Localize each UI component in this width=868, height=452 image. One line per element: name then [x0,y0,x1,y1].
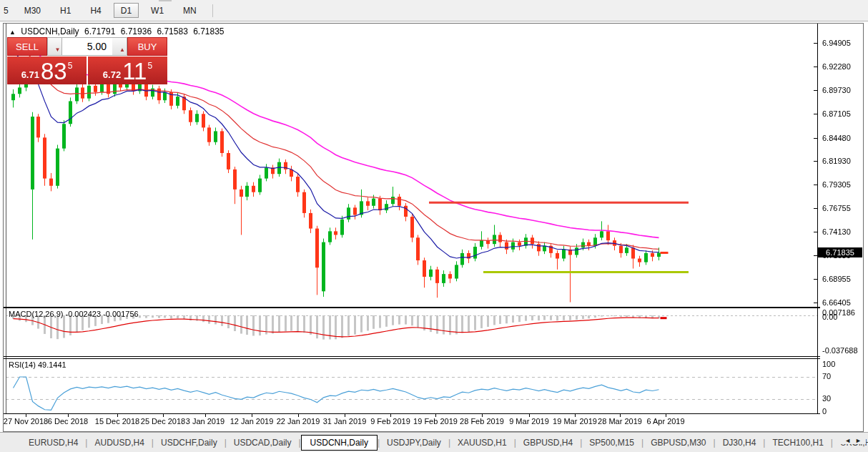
chart-header: ▲ USDCNH,Daily 6.71791 6.71936 6.71583 6… [9,26,227,36]
time-axis-label: 6 Dec 2018 [48,417,88,426]
time-axis-label: 19 Feb 2019 [413,417,458,426]
tab-scroll-right-button[interactable]: ► [855,437,866,444]
price-axis-label: 6.87105 [822,109,862,118]
rsi-axis-label: 30 [822,394,831,403]
timeframe-button-m30[interactable]: M30 [17,3,48,18]
ohlc-open: 6.71791 [84,26,115,36]
current-price-badge: 6.71835 [818,247,862,257]
ohlc-high: 6.71936 [121,26,152,36]
time-axis-label: 25 Dec 2018 [141,417,185,426]
arrow-up-icon: ▲ [119,46,125,53]
main-macd-separator[interactable] [4,307,820,308]
tab-usdchf-daily[interactable]: USDCHF,Daily [154,435,225,451]
buy-button[interactable]: BUY [127,37,167,56]
sell-price-point: 5 [68,61,73,71]
time-axis-label: 28 Feb 2019 [460,417,504,426]
time-axis-label: 15 Dec 2018 [95,417,139,426]
price-axis-label: 6.79305 [822,180,862,189]
timeframe-button-mn[interactable]: MN [176,3,204,18]
time-axis-label: 19 Mar 2019 [553,417,597,426]
price-chart-canvas[interactable] [4,24,862,430]
time-axis-label: 27 Nov 2018 [4,417,48,426]
tab-usdcad-daily[interactable]: USDCAD,Daily [227,435,299,451]
one-click-trading-panel: SELL ▼ ▲ BUY 6.71835 6.72115 [7,37,167,84]
sell-price-prefix: 6.71 [21,69,39,80]
tab-audusd-h4[interactable]: AUDUSD,H4 [87,435,151,451]
ohlc-close: 6.71835 [193,26,224,36]
mt4-window: 5M30H1H4D1W1MN ▲ USDCNH,Daily 6.71791 6.… [0,0,868,452]
chart-window[interactable]: ▲ USDCNH,Daily 6.71791 6.71936 6.71583 6… [3,23,864,432]
price-axis-label: 6.92280 [822,62,862,71]
time-axis-label: 22 Jan 2019 [277,417,320,426]
time-axis-label: 3 Jan 2019 [186,417,225,426]
rsi-indicator-label: RSI(14) 49.1441 [9,360,66,369]
rsi-axis-label: 100 [822,360,835,368]
tab-sp500-m15[interactable]: SP500,M15 [582,435,641,451]
buy-price-pips: 11 [122,61,147,82]
arrow-down-icon: ▼ [55,46,61,53]
buy-price-point: 5 [147,61,152,71]
macd-axis-label: 0.00 [822,313,837,321]
buy-price-box[interactable]: 6.72115 [88,56,167,84]
tab-gbpusd-m30[interactable]: GBPUSD,M30 [643,435,713,451]
time-axis-label: 31 Jan 2019 [323,417,367,426]
timeframe-button-h4[interactable]: H4 [83,3,108,18]
price-axis-label: 6.74130 [822,227,862,236]
tab-eurusd-h4[interactable]: EURUSD,H4 [21,435,85,451]
chart-symbol-period: USDCNH,Daily [21,26,79,36]
buy-price-prefix: 6.72 [103,69,121,80]
sell-price-box[interactable]: 6.71835 [7,56,87,84]
price-axis-label: 6.81930 [822,157,862,165]
tab-usdcnh-daily[interactable]: USDCNH,Daily [301,435,378,451]
ohlc-low: 6.71583 [157,26,187,36]
macd-indicator-label: MACD(12,26,9) -0.002423 -0.001756 [9,310,139,318]
timeframe-button-d1[interactable]: D1 [114,3,139,18]
sell-price-pips: 83 [41,61,67,82]
sell-button[interactable]: SELL [7,37,47,56]
timeframe-button-h1[interactable]: H1 [53,3,78,18]
volume-increase-button[interactable]: ▲ [112,37,127,56]
price-axis-label: 6.76755 [822,204,862,212]
collapse-chart-icon[interactable]: ▲ [9,29,16,36]
time-axis-label: 28 Mar 2019 [598,417,642,426]
volume-decrease-button[interactable]: ▼ [47,37,62,56]
timeframe-button-5[interactable]: 5 [0,3,12,18]
timeframe-toolbar: 5M30H1H4D1W1MN [0,0,868,21]
time-axis-label: 9 Feb 2019 [370,417,410,426]
chart-tab-bar: EURUSD,H4|AUDUSD,H4|USDCHF,Daily|USDCAD,… [0,432,868,452]
price-axis-label: 6.84480 [822,134,862,142]
macd-rsi-separator2 [4,358,820,359]
price-axis-label: 6.68955 [822,275,862,283]
tab-gbpusd-h4[interactable]: GBPUSD,H4 [516,435,580,451]
macd-rsi-separator[interactable] [4,356,820,357]
rsi-bottom-border [4,413,820,414]
tab-tech100-h1[interactable]: TECH100,H1 [765,435,830,451]
volume-input[interactable] [62,37,112,56]
toolbar-separator [212,4,213,17]
time-axis-label: 6 Apr 2019 [646,417,684,426]
timeframe-button-w1[interactable]: W1 [144,3,171,18]
tab-dj30-h4[interactable]: DJ30,H4 [716,435,764,451]
time-axis-label: 12 Jan 2019 [230,417,274,426]
tab-scroll-left-button[interactable]: ◄ [844,437,855,444]
price-axis-label: 6.94905 [822,39,862,47]
macd-axis-label: -0.037688 [822,346,858,355]
rsi-axis-label: 70 [822,372,831,380]
toolbar-sliver [159,0,172,1]
rsi-axis-label: 0 [822,407,827,416]
tab-usdjpy-daily[interactable]: USDJPY,Daily [380,435,448,451]
price-axis-label: 6.66405 [822,298,862,307]
tab-scroll-arrows: ◄► [840,437,866,444]
tab-xauusd-h1[interactable]: XAUUSD,H1 [450,435,514,451]
time-axis-label: 9 Mar 2019 [509,417,549,426]
price-axis-label: 6.89730 [822,86,862,94]
